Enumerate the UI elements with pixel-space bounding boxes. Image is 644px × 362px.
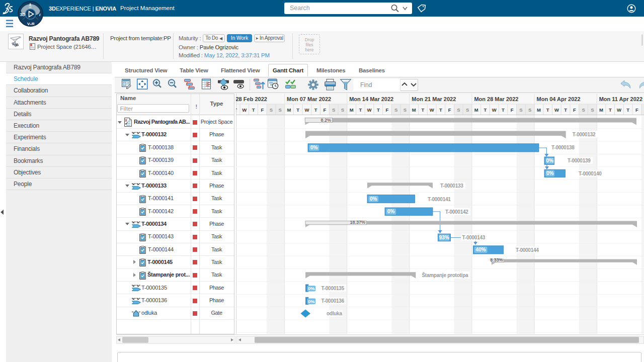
svg-text:Mon 07 Mar 2022: Mon 07 Mar 2022 bbox=[287, 96, 331, 102]
svg-text:8.2%: 8.2% bbox=[320, 118, 331, 123]
svg-text:T-0000141: T-0000141 bbox=[428, 197, 451, 202]
svg-text:Mon 14 Mar 2022: Mon 14 Mar 2022 bbox=[349, 96, 393, 102]
svg-text:S: S bbox=[582, 107, 585, 113]
svg-text:W: W bbox=[492, 107, 497, 113]
svg-text:T-0000136: T-0000136 bbox=[321, 298, 344, 304]
svg-text:T: T bbox=[546, 107, 549, 113]
svg-text:0%: 0% bbox=[370, 196, 377, 202]
svg-text:S: S bbox=[270, 107, 273, 113]
svg-text:T: T bbox=[484, 107, 487, 113]
svg-text:0%: 0% bbox=[387, 209, 395, 214]
svg-text:F: F bbox=[448, 107, 451, 113]
svg-text:M: M bbox=[599, 107, 603, 113]
svg-text:T: T bbox=[296, 107, 299, 113]
svg-text:Mon 11 Apr 2022: Mon 11 Apr 2022 bbox=[599, 96, 642, 102]
svg-text:W: W bbox=[367, 107, 372, 113]
svg-text:0%: 0% bbox=[308, 299, 315, 304]
svg-text:W: W bbox=[617, 107, 621, 113]
svg-text:M: M bbox=[474, 107, 478, 113]
svg-text:W: W bbox=[304, 107, 309, 113]
svg-text:S: S bbox=[279, 107, 282, 113]
svg-text:Štampanje prototipa: Štampanje prototipa bbox=[422, 272, 468, 278]
svg-text:T: T bbox=[359, 107, 362, 113]
svg-text:S: S bbox=[466, 107, 469, 113]
svg-text:T: T bbox=[421, 107, 424, 113]
svg-text:S: S bbox=[404, 107, 407, 113]
svg-text:T-0000132: T-0000132 bbox=[573, 132, 596, 137]
svg-text:S: S bbox=[457, 107, 460, 113]
svg-text:Mon 28 Mar 2022: Mon 28 Mar 2022 bbox=[474, 96, 518, 102]
svg-text:T-0000140: T-0000140 bbox=[579, 171, 602, 176]
svg-text:M: M bbox=[537, 107, 541, 113]
svg-text:M: M bbox=[412, 107, 416, 113]
svg-text:S: S bbox=[341, 107, 344, 113]
svg-text:T: T bbox=[502, 107, 505, 113]
svg-text:S: S bbox=[591, 107, 594, 113]
svg-text:M: M bbox=[287, 107, 291, 113]
svg-text:T-0000135: T-0000135 bbox=[321, 286, 344, 291]
svg-text:T-0000144: T-0000144 bbox=[516, 247, 539, 253]
svg-text:W: W bbox=[430, 107, 434, 113]
svg-text:T-0000133: T-0000133 bbox=[440, 183, 463, 189]
svg-text:40%: 40% bbox=[476, 247, 486, 252]
svg-text:T: T bbox=[439, 107, 442, 113]
svg-text:T-0000142: T-0000142 bbox=[445, 209, 468, 215]
svg-text:F: F bbox=[573, 107, 576, 113]
svg-text:T-0000143: T-0000143 bbox=[462, 235, 486, 240]
svg-text:F: F bbox=[261, 107, 264, 113]
svg-text:T: T bbox=[314, 107, 317, 113]
svg-text:S: S bbox=[394, 107, 397, 113]
svg-text:Mon 04 Apr 2022: Mon 04 Apr 2022 bbox=[537, 96, 581, 102]
svg-text:T: T bbox=[236, 107, 237, 113]
svg-text:T: T bbox=[252, 107, 255, 113]
svg-text:V+R: V+R bbox=[27, 22, 35, 26]
svg-text:0%: 0% bbox=[546, 158, 553, 163]
svg-text:18.37%: 18.37% bbox=[350, 220, 365, 225]
svg-text:Mon 21 Mar 2022: Mon 21 Mar 2022 bbox=[412, 96, 456, 102]
svg-text:T: T bbox=[564, 107, 567, 113]
svg-text:T: T bbox=[626, 107, 629, 113]
svg-text:93%: 93% bbox=[439, 235, 449, 240]
svg-text:3D: 3D bbox=[20, 12, 26, 17]
svg-text:8.33%: 8.33% bbox=[490, 257, 503, 262]
svg-text:odluka: odluka bbox=[327, 311, 342, 316]
svg-text:S: S bbox=[519, 107, 522, 113]
svg-text:W: W bbox=[242, 107, 247, 113]
svg-text:T: T bbox=[609, 107, 612, 113]
svg-text:S: S bbox=[332, 107, 335, 113]
svg-text:0%: 0% bbox=[310, 145, 318, 150]
svg-text:W: W bbox=[554, 107, 559, 113]
svg-text:0%: 0% bbox=[308, 286, 315, 291]
svg-text:T: T bbox=[377, 107, 380, 113]
svg-text:M: M bbox=[350, 107, 354, 113]
svg-text:F: F bbox=[635, 107, 638, 113]
svg-text:F: F bbox=[323, 107, 326, 113]
svg-text:F: F bbox=[511, 107, 514, 113]
svg-text:T-0000139: T-0000139 bbox=[568, 158, 591, 163]
svg-text:x: x bbox=[125, 118, 127, 123]
svg-text:S: S bbox=[528, 107, 531, 113]
svg-text:T-0000138: T-0000138 bbox=[551, 145, 575, 150]
svg-text:0%: 0% bbox=[546, 170, 554, 176]
svg-text:F: F bbox=[386, 107, 389, 113]
svg-text:28 Feb 2022: 28 Feb 2022 bbox=[236, 96, 267, 102]
